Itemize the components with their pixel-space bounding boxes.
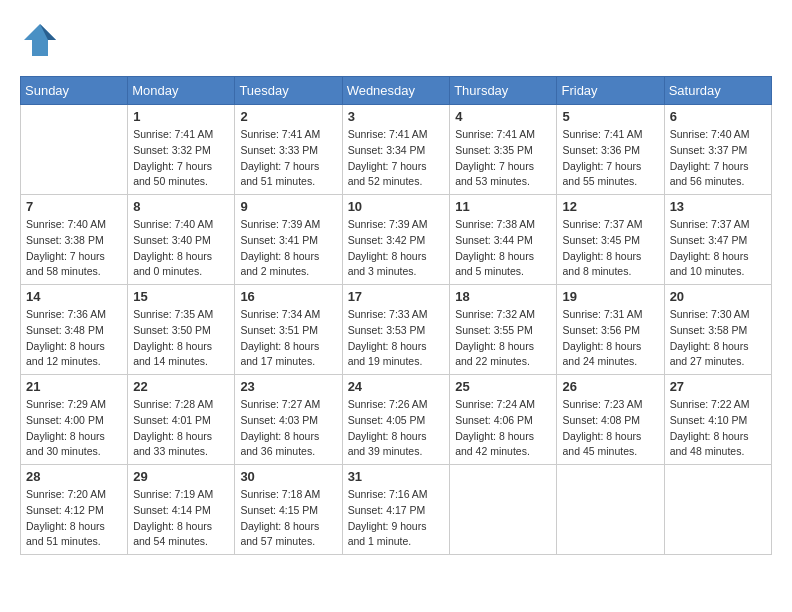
- sunrise-text: Sunrise: 7:39 AM: [348, 217, 445, 233]
- daylight-text: Daylight: 8 hours and 0 minutes.: [133, 249, 229, 281]
- daylight-text: Daylight: 8 hours and 39 minutes.: [348, 429, 445, 461]
- sunset-text: Sunset: 3:36 PM: [562, 143, 658, 159]
- sunrise-text: Sunrise: 7:32 AM: [455, 307, 551, 323]
- sunset-text: Sunset: 3:45 PM: [562, 233, 658, 249]
- sunset-text: Sunset: 3:56 PM: [562, 323, 658, 339]
- day-info: Sunrise: 7:18 AMSunset: 4:15 PMDaylight:…: [240, 487, 336, 550]
- sunrise-text: Sunrise: 7:40 AM: [670, 127, 766, 143]
- sunrise-text: Sunrise: 7:37 AM: [670, 217, 766, 233]
- daylight-text: Daylight: 8 hours and 22 minutes.: [455, 339, 551, 371]
- sunset-text: Sunset: 3:33 PM: [240, 143, 336, 159]
- day-number: 27: [670, 379, 766, 394]
- calendar-header-tuesday: Tuesday: [235, 77, 342, 105]
- daylight-text: Daylight: 8 hours and 48 minutes.: [670, 429, 766, 461]
- daylight-text: Daylight: 7 hours and 58 minutes.: [26, 249, 122, 281]
- sunset-text: Sunset: 4:01 PM: [133, 413, 229, 429]
- sunset-text: Sunset: 4:05 PM: [348, 413, 445, 429]
- day-number: 9: [240, 199, 336, 214]
- daylight-text: Daylight: 8 hours and 14 minutes.: [133, 339, 229, 371]
- sunrise-text: Sunrise: 7:33 AM: [348, 307, 445, 323]
- daylight-text: Daylight: 8 hours and 30 minutes.: [26, 429, 122, 461]
- sunset-text: Sunset: 3:42 PM: [348, 233, 445, 249]
- daylight-text: Daylight: 7 hours and 56 minutes.: [670, 159, 766, 191]
- sunrise-text: Sunrise: 7:20 AM: [26, 487, 122, 503]
- sunset-text: Sunset: 3:41 PM: [240, 233, 336, 249]
- day-number: 29: [133, 469, 229, 484]
- day-number: 25: [455, 379, 551, 394]
- day-number: 20: [670, 289, 766, 304]
- day-info: Sunrise: 7:31 AMSunset: 3:56 PMDaylight:…: [562, 307, 658, 370]
- sunset-text: Sunset: 4:06 PM: [455, 413, 551, 429]
- day-number: 23: [240, 379, 336, 394]
- sunrise-text: Sunrise: 7:41 AM: [562, 127, 658, 143]
- calendar-cell: 21Sunrise: 7:29 AMSunset: 4:00 PMDayligh…: [21, 375, 128, 465]
- calendar-cell: [21, 105, 128, 195]
- day-info: Sunrise: 7:34 AMSunset: 3:51 PMDaylight:…: [240, 307, 336, 370]
- page-header: [20, 20, 772, 60]
- week-row-2: 7Sunrise: 7:40 AMSunset: 3:38 PMDaylight…: [21, 195, 772, 285]
- week-row-3: 14Sunrise: 7:36 AMSunset: 3:48 PMDayligh…: [21, 285, 772, 375]
- calendar-header-friday: Friday: [557, 77, 664, 105]
- sunset-text: Sunset: 4:08 PM: [562, 413, 658, 429]
- sunset-text: Sunset: 4:17 PM: [348, 503, 445, 519]
- day-number: 11: [455, 199, 551, 214]
- sunrise-text: Sunrise: 7:38 AM: [455, 217, 551, 233]
- calendar-cell: 24Sunrise: 7:26 AMSunset: 4:05 PMDayligh…: [342, 375, 450, 465]
- day-info: Sunrise: 7:32 AMSunset: 3:55 PMDaylight:…: [455, 307, 551, 370]
- sunset-text: Sunset: 3:44 PM: [455, 233, 551, 249]
- calendar-cell: 12Sunrise: 7:37 AMSunset: 3:45 PMDayligh…: [557, 195, 664, 285]
- daylight-text: Daylight: 8 hours and 17 minutes.: [240, 339, 336, 371]
- calendar-cell: 16Sunrise: 7:34 AMSunset: 3:51 PMDayligh…: [235, 285, 342, 375]
- day-number: 3: [348, 109, 445, 124]
- calendar-cell: 3Sunrise: 7:41 AMSunset: 3:34 PMDaylight…: [342, 105, 450, 195]
- sunrise-text: Sunrise: 7:39 AM: [240, 217, 336, 233]
- day-number: 12: [562, 199, 658, 214]
- day-info: Sunrise: 7:37 AMSunset: 3:45 PMDaylight:…: [562, 217, 658, 280]
- calendar-header-sunday: Sunday: [21, 77, 128, 105]
- sunrise-text: Sunrise: 7:41 AM: [455, 127, 551, 143]
- day-info: Sunrise: 7:24 AMSunset: 4:06 PMDaylight:…: [455, 397, 551, 460]
- sunrise-text: Sunrise: 7:41 AM: [240, 127, 336, 143]
- day-info: Sunrise: 7:16 AMSunset: 4:17 PMDaylight:…: [348, 487, 445, 550]
- day-info: Sunrise: 7:40 AMSunset: 3:37 PMDaylight:…: [670, 127, 766, 190]
- sunrise-text: Sunrise: 7:16 AM: [348, 487, 445, 503]
- calendar-cell: 31Sunrise: 7:16 AMSunset: 4:17 PMDayligh…: [342, 465, 450, 555]
- daylight-text: Daylight: 8 hours and 10 minutes.: [670, 249, 766, 281]
- day-info: Sunrise: 7:28 AMSunset: 4:01 PMDaylight:…: [133, 397, 229, 460]
- day-number: 8: [133, 199, 229, 214]
- day-info: Sunrise: 7:20 AMSunset: 4:12 PMDaylight:…: [26, 487, 122, 550]
- daylight-text: Daylight: 7 hours and 53 minutes.: [455, 159, 551, 191]
- day-info: Sunrise: 7:33 AMSunset: 3:53 PMDaylight:…: [348, 307, 445, 370]
- calendar-cell: 6Sunrise: 7:40 AMSunset: 3:37 PMDaylight…: [664, 105, 771, 195]
- daylight-text: Daylight: 8 hours and 54 minutes.: [133, 519, 229, 551]
- day-info: Sunrise: 7:26 AMSunset: 4:05 PMDaylight:…: [348, 397, 445, 460]
- sunset-text: Sunset: 4:03 PM: [240, 413, 336, 429]
- sunset-text: Sunset: 3:47 PM: [670, 233, 766, 249]
- day-info: Sunrise: 7:41 AMSunset: 3:36 PMDaylight:…: [562, 127, 658, 190]
- daylight-text: Daylight: 8 hours and 24 minutes.: [562, 339, 658, 371]
- calendar-cell: 23Sunrise: 7:27 AMSunset: 4:03 PMDayligh…: [235, 375, 342, 465]
- day-number: 2: [240, 109, 336, 124]
- daylight-text: Daylight: 7 hours and 51 minutes.: [240, 159, 336, 191]
- calendar-cell: 1Sunrise: 7:41 AMSunset: 3:32 PMDaylight…: [128, 105, 235, 195]
- sunrise-text: Sunrise: 7:40 AM: [26, 217, 122, 233]
- day-info: Sunrise: 7:41 AMSunset: 3:32 PMDaylight:…: [133, 127, 229, 190]
- sunset-text: Sunset: 3:51 PM: [240, 323, 336, 339]
- calendar-cell: 30Sunrise: 7:18 AMSunset: 4:15 PMDayligh…: [235, 465, 342, 555]
- sunrise-text: Sunrise: 7:31 AM: [562, 307, 658, 323]
- sunrise-text: Sunrise: 7:29 AM: [26, 397, 122, 413]
- sunset-text: Sunset: 4:10 PM: [670, 413, 766, 429]
- day-info: Sunrise: 7:38 AMSunset: 3:44 PMDaylight:…: [455, 217, 551, 280]
- day-info: Sunrise: 7:23 AMSunset: 4:08 PMDaylight:…: [562, 397, 658, 460]
- day-number: 16: [240, 289, 336, 304]
- calendar-cell: 9Sunrise: 7:39 AMSunset: 3:41 PMDaylight…: [235, 195, 342, 285]
- sunset-text: Sunset: 3:53 PM: [348, 323, 445, 339]
- calendar-cell: 20Sunrise: 7:30 AMSunset: 3:58 PMDayligh…: [664, 285, 771, 375]
- sunset-text: Sunset: 3:37 PM: [670, 143, 766, 159]
- day-number: 28: [26, 469, 122, 484]
- daylight-text: Daylight: 8 hours and 8 minutes.: [562, 249, 658, 281]
- daylight-text: Daylight: 9 hours and 1 minute.: [348, 519, 445, 551]
- sunrise-text: Sunrise: 7:19 AM: [133, 487, 229, 503]
- daylight-text: Daylight: 8 hours and 2 minutes.: [240, 249, 336, 281]
- day-number: 22: [133, 379, 229, 394]
